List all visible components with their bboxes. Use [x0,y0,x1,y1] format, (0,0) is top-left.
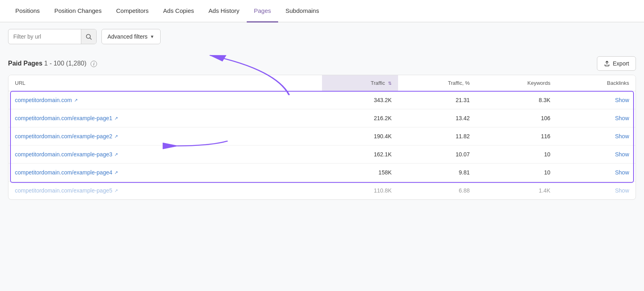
cell-backlinks: Show [557,146,636,164]
filter-search-button[interactable] [81,29,96,44]
cell-traffic-pct: 11.82 [398,127,476,146]
external-link-icon: ↗ [114,170,118,175]
external-link-icon: ↗ [114,116,118,121]
cell-url: competitordomain.com/example-page3 ↗ [8,146,322,164]
table-wrap: URL Traffic ⇅ Traffic, % Keywords [8,75,636,200]
col-traffic-pct[interactable]: Traffic, % [398,75,476,91]
cell-traffic: 343.2K [322,91,398,109]
cell-traffic-pct: 21.31 [398,91,476,109]
nav-item-positions[interactable]: Positions [8,0,47,23]
search-icon [86,34,92,40]
cell-backlinks: Show [557,91,636,109]
cell-traffic: 158K [322,164,398,182]
data-table: URL Traffic ⇅ Traffic, % Keywords [8,75,636,199]
show-backlinks-link[interactable]: Show [615,115,629,121]
toolbar: Advanced filters ▼ [0,23,644,51]
show-backlinks-link[interactable]: Show [615,97,629,103]
export-icon [604,60,610,67]
external-link-icon: ↗ [114,134,118,139]
cell-url: competitordomain.com/example-page1 ↗ [8,109,322,127]
section-title: Paid Pages 1 - 100 (1,280) i [8,60,97,68]
table-row: competitordomain.com/example-page4 ↗ 158… [8,164,636,182]
table-row: competitordomain.com/example-page3 ↗ 162… [8,146,636,164]
cell-traffic: 110.8K [322,182,398,200]
table-row: competitordomain.com/example-page2 ↗ 190… [8,127,636,146]
section-header: Paid Pages 1 - 100 (1,280) i Export [8,51,636,75]
cell-traffic: 162.1K [322,146,398,164]
table-row: competitordomain.com ↗ 343.2K 21.31 8.3K… [8,91,636,109]
cell-keywords: 10 [476,146,557,164]
url-link[interactable]: competitordomain.com/example-page3 ↗ [15,151,118,158]
col-traffic[interactable]: Traffic ⇅ [322,75,398,91]
cell-keywords: 106 [476,109,557,127]
show-backlinks-link[interactable]: Show [615,133,629,139]
cell-backlinks: Show [557,182,636,200]
export-button[interactable]: Export [597,56,636,71]
url-link[interactable]: competitordomain.com/example-page4 ↗ [15,169,118,176]
advanced-filters-button[interactable]: Advanced filters ▼ [101,29,161,44]
external-link-icon: ↗ [114,188,118,193]
url-link[interactable]: competitordomain.com/example-page1 ↗ [15,115,118,121]
cell-keywords: 1.4K [476,182,557,200]
nav-item-subdomains[interactable]: Subdomains [278,0,326,23]
col-url: URL [8,75,322,91]
cell-url: competitordomain.com ↗ [8,91,322,109]
show-backlinks-link[interactable]: Show [615,151,629,158]
show-backlinks-link[interactable]: Show [615,169,629,176]
cell-traffic: 190.4K [322,127,398,146]
nav-item-competitors[interactable]: Competitors [109,0,156,23]
col-backlinks[interactable]: Backlinks [557,75,636,91]
table-row: competitordomain.com/example-page1 ↗ 216… [8,109,636,127]
info-icon[interactable]: i [91,61,97,67]
cell-backlinks: Show [557,164,636,182]
table-row: competitordomain.com/example-page5 ↗ 110… [8,182,636,200]
cell-traffic-pct: 13.42 [398,109,476,127]
chevron-down-icon: ▼ [150,34,155,39]
cell-traffic: 216.2K [322,109,398,127]
url-link[interactable]: competitordomain.com/example-page5 ↗ [15,187,118,194]
cell-traffic-pct: 9.81 [398,164,476,182]
main-content: Paid Pages 1 - 100 (1,280) i Export URL [0,51,644,208]
external-link-icon: ↗ [114,152,118,157]
cell-traffic-pct: 6.88 [398,182,476,200]
filter-url-input[interactable] [8,33,81,40]
sort-icon: ⇅ [388,81,392,86]
nav-item-ads-history[interactable]: Ads History [201,0,247,23]
nav-bar: Positions Position Changes Competitors A… [0,0,644,23]
table-header-row: URL Traffic ⇅ Traffic, % Keywords [8,75,636,91]
nav-item-pages[interactable]: Pages [247,0,279,23]
url-link[interactable]: competitordomain.com/example-page2 ↗ [15,133,118,139]
svg-line-1 [90,38,92,39]
cell-backlinks: Show [557,127,636,146]
external-link-icon: ↗ [74,98,78,103]
nav-item-ads-copies[interactable]: Ads Copies [156,0,201,23]
cell-url: competitordomain.com/example-page2 ↗ [8,127,322,146]
nav-item-position-changes[interactable]: Position Changes [47,0,109,23]
show-backlinks-link[interactable]: Show [615,187,629,194]
filter-url-wrap [8,29,97,44]
cell-keywords: 116 [476,127,557,146]
cell-keywords: 8.3K [476,91,557,109]
col-keywords[interactable]: Keywords [476,75,557,91]
cell-backlinks: Show [557,109,636,127]
cell-url: competitordomain.com/example-page4 ↗ [8,164,322,182]
page-wrapper: Positions Position Changes Competitors A… [0,0,644,291]
cell-keywords: 10 [476,164,557,182]
cell-traffic-pct: 10.07 [398,146,476,164]
url-link[interactable]: competitordomain.com ↗ [15,97,78,103]
cell-url: competitordomain.com/example-page5 ↗ [8,182,322,200]
